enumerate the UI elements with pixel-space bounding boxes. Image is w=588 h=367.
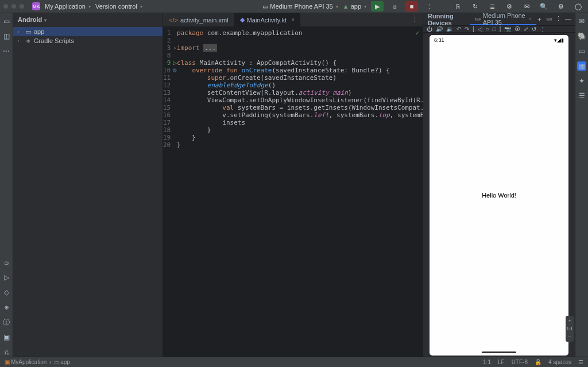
code-with-me-button[interactable]: ⎘: [451, 1, 464, 11]
run-button[interactable]: ▶: [371, 1, 384, 11]
analysis-ok-icon[interactable]: ✓: [415, 29, 419, 37]
module-icon: ▭: [25, 28, 32, 35]
lists-button[interactable]: ≣: [486, 1, 498, 11]
power-button[interactable]: ⏻: [427, 26, 432, 32]
device-manager-button[interactable]: ▭: [577, 47, 586, 56]
project-panel-header[interactable]: Android: [13, 13, 163, 26]
editor-area: </> activity_main.xml ◆ MainActivity.kt …: [163, 13, 423, 357]
terminal-tool-button[interactable]: ▣: [2, 333, 11, 342]
more-status-button[interactable]: ☰: [578, 359, 583, 365]
volume-up-button[interactable]: 🔊: [436, 26, 443, 32]
left-tool-strip: ▭ ◫ ⋯ ⎄ ▷ ◇ ⎈ ⓘ ▣ ⎌: [0, 13, 13, 357]
stop-button[interactable]: ■: [405, 1, 418, 11]
more-tool-button[interactable]: ⋯: [2, 47, 11, 56]
zoom-window-icon[interactable]: [20, 4, 24, 9]
overview-button[interactable]: □: [493, 26, 496, 32]
rotate-right-button[interactable]: ↷: [465, 26, 469, 32]
screenshot-button[interactable]: 📷: [504, 26, 511, 32]
readonly-icon[interactable]: 🔓: [535, 359, 541, 365]
close-window-icon[interactable]: [3, 4, 8, 9]
code-editor[interactable]: ✓ 123891011121314151617181920 › ▷⎋ packa…: [163, 27, 423, 357]
encoding[interactable]: UTF-8: [512, 359, 528, 365]
zoom-controls[interactable]: ＋ 1:1 －: [566, 316, 574, 342]
rotate-left-button[interactable]: ↶: [457, 26, 461, 32]
zoom-in-button[interactable]: ＋: [567, 318, 572, 324]
bug-icon: ⌾: [393, 3, 397, 10]
debug-button[interactable]: ⌾: [388, 1, 401, 11]
updates-button[interactable]: ↻: [469, 1, 481, 11]
bookmarks-tool-button[interactable]: ▷: [2, 273, 11, 282]
indent-setting[interactable]: 4 spaces: [548, 359, 571, 365]
tab-activity-main-xml[interactable]: </> activity_main.xml: [163, 13, 234, 26]
phone-icon: ▭: [475, 15, 481, 22]
gesture-bar[interactable]: [482, 351, 516, 353]
structure-tool-button[interactable]: ⎄: [2, 258, 11, 267]
problems-tool-button[interactable]: ⓘ: [2, 318, 11, 327]
search-button[interactable]: 🔍: [537, 1, 550, 11]
device-tab-label: Medium Phone API 35: [483, 12, 525, 26]
resize-button[interactable]: ⤢: [524, 26, 528, 32]
notifications-tool-button[interactable]: ✉: [577, 17, 586, 26]
more-actions-button[interactable]: ⋮: [423, 1, 435, 11]
breadcrumb-leaf[interactable]: app: [60, 359, 70, 365]
account-button[interactable]: ◯: [572, 1, 585, 11]
settings-icon: ⚙: [558, 3, 564, 10]
project-tree[interactable]: › ▭ app › ⎆ Gradle Scripts: [13, 26, 163, 47]
zoom-out-button[interactable]: －: [567, 334, 572, 340]
home-button[interactable]: ○: [486, 26, 489, 32]
caret-position[interactable]: 1:1: [483, 359, 491, 365]
gemini-tool-button[interactable]: ✦: [577, 76, 586, 86]
hello-world-text: Hello World!: [482, 192, 516, 199]
xml-icon: </>: [169, 17, 178, 24]
minimize-window-icon[interactable]: [11, 4, 16, 9]
tab-label: activity_main.xml: [180, 17, 229, 24]
resource-manager-button[interactable]: ◫: [2, 32, 11, 41]
device-tab[interactable]: ▭ Medium Phone API 35 ×: [470, 13, 536, 25]
emulator-viewport[interactable]: 6:31 ▾◢▮ Hello World! ＋ 1:1 －: [423, 33, 575, 358]
snapshot-button[interactable]: ↺: [532, 26, 536, 32]
record-button[interactable]: ⦿: [514, 26, 520, 32]
running-devices-label[interactable]: Running Devices: [423, 13, 470, 25]
window-controls[interactable]: [3, 4, 24, 9]
running-devices-button[interactable]: ▦: [577, 61, 586, 71]
gradle-tool-button[interactable]: 🐘: [577, 32, 586, 41]
volume-down-button[interactable]: 🔉: [446, 26, 453, 32]
gutter-icons: › ▷⎋: [173, 27, 177, 357]
code-with-me-icon: ⎘: [456, 3, 460, 10]
source-code[interactable]: package com.example.myapplication import…: [177, 27, 423, 357]
vcs-dropdown[interactable]: Version control: [95, 3, 142, 10]
back-button[interactable]: ◁: [478, 26, 482, 32]
add-device-button[interactable]: ＋: [536, 15, 543, 24]
chevron-right-icon: ›: [18, 38, 22, 44]
close-icon[interactable]: ×: [529, 16, 532, 22]
project-view-selector[interactable]: Android: [18, 16, 47, 23]
tabs-actions-button[interactable]: ⋮: [412, 16, 423, 24]
line-separator[interactable]: LF: [498, 359, 505, 365]
window-mode-button[interactable]: ▭: [546, 15, 552, 24]
minimize-panel-button[interactable]: —: [565, 15, 571, 24]
run-config-label: app: [351, 3, 361, 10]
run-config-selector[interactable]: ▲ app: [343, 3, 366, 10]
settings-button[interactable]: ⚙: [555, 1, 567, 11]
build-variants-button[interactable]: ◇: [2, 288, 11, 297]
tree-item-gradle[interactable]: › ⎆ Gradle Scripts: [13, 36, 163, 45]
extended-controls-button[interactable]: ⋮: [540, 26, 546, 32]
running-devices-panel: Running Devices ▭ Medium Phone API 35 × …: [423, 13, 575, 357]
project-dropdown[interactable]: My Application: [45, 3, 91, 10]
search-icon: 🔍: [540, 3, 548, 10]
notify-button[interactable]: ✉: [520, 1, 533, 11]
tab-mainactivity-kt[interactable]: ◆ MainActivity.kt ×: [234, 13, 300, 26]
version-control-tool-button[interactable]: ⎌: [2, 347, 11, 357]
panel-menu-button[interactable]: ⋮: [555, 15, 562, 24]
build-button[interactable]: ⚙: [503, 1, 516, 11]
emulator-screen[interactable]: 6:31 ▾◢▮ Hello World!: [430, 35, 568, 356]
services-tool-button[interactable]: ⎈: [2, 303, 11, 312]
layout-validation-button[interactable]: ☰: [577, 91, 586, 101]
close-icon[interactable]: ×: [291, 17, 295, 23]
breadcrumb[interactable]: ▣ MyApplication › ▭ app: [5, 359, 70, 365]
device-selector[interactable]: ▭ Medium Phone API 35: [262, 3, 338, 10]
tree-item-app[interactable]: › ▭ app: [13, 27, 163, 36]
editor-tabs: </> activity_main.xml ◆ MainActivity.kt …: [163, 13, 423, 27]
project-tool-button[interactable]: ▭: [2, 17, 11, 26]
breadcrumb-root[interactable]: MyApplication: [11, 359, 47, 365]
